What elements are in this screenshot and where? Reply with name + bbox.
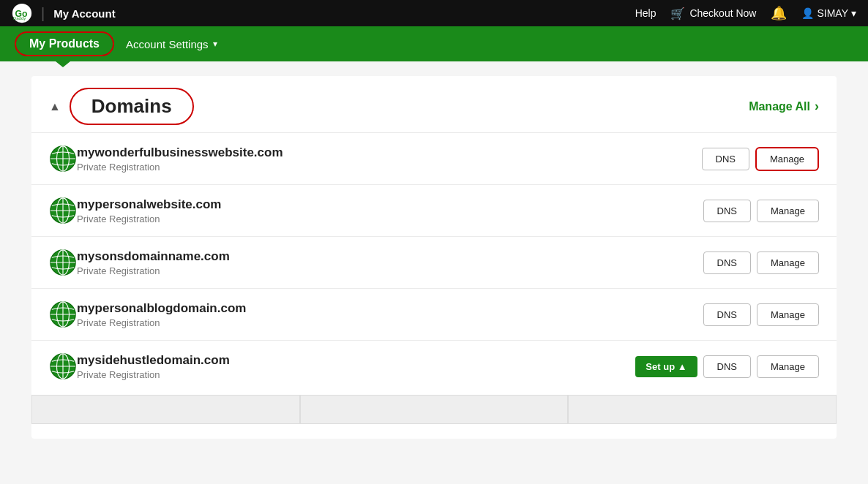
user-icon: 👤 — [801, 7, 814, 19]
top-nav-left: Go Daddy | My Account — [12, 3, 116, 23]
domain-list: mywonderfulbusinesswebsite.comPrivate Re… — [31, 133, 837, 392]
section-header-left: ▲ Domains — [49, 88, 194, 125]
domain-row: mypersonalblogdomain.comPrivate Registra… — [31, 289, 837, 341]
my-products-button[interactable]: My Products — [15, 31, 114, 56]
top-navigation: Go Daddy | My Account Help 🛒 Checkout No… — [0, 0, 868, 26]
domain-actions: Set up ▲DNSManage — [635, 355, 819, 378]
nav-divider: | — [41, 5, 45, 22]
domain-info: mysonsdomainname.comPrivate Registration — [77, 249, 703, 276]
domain-info: mysidehustledomain.comPrivate Registrati… — [77, 353, 635, 380]
manage-all-label: Manage All — [749, 100, 810, 113]
bottom-cell-3 — [568, 395, 837, 424]
user-label: SIMAY — [817, 7, 848, 19]
bell-icon[interactable]: 🔔 — [771, 5, 787, 21]
green-navigation: My Products Account Settings ▾ — [0, 26, 868, 61]
domain-actions: DNSManage — [702, 147, 819, 171]
dns-button[interactable]: DNS — [703, 252, 751, 274]
domains-section-header: ▲ Domains Manage All › — [31, 76, 837, 133]
domain-subtitle: Private Registration — [77, 369, 635, 380]
domain-name: mypersonalwebsite.com — [77, 197, 703, 212]
top-nav-right: Help 🛒 Checkout Now 🔔 👤 SIMAY ▾ — [635, 5, 856, 21]
domain-name: mysonsdomainname.com — [77, 249, 703, 264]
domain-info: mywonderfulbusinesswebsite.comPrivate Re… — [77, 145, 702, 173]
checkout-label: Checkout Now — [689, 7, 756, 19]
dns-button[interactable]: DNS — [703, 200, 751, 222]
help-link[interactable]: Help — [635, 7, 656, 19]
account-settings-button[interactable]: Account Settings ▾ — [114, 34, 229, 55]
setup-button[interactable]: Set up ▲ — [635, 356, 697, 377]
domain-actions: DNSManage — [703, 303, 819, 326]
my-account-link[interactable]: My Account — [53, 7, 115, 20]
collapse-arrow-icon[interactable]: ▲ — [49, 100, 61, 113]
domain-subtitle: Private Registration — [77, 213, 703, 224]
manage-all-link[interactable]: Manage All › — [749, 99, 819, 114]
domain-actions: DNSManage — [703, 200, 819, 222]
user-chevron-icon: ▾ — [851, 7, 856, 19]
bottom-partial-rows — [31, 395, 837, 424]
domain-name: mysidehustledomain.com — [77, 353, 635, 368]
account-settings-chevron-icon: ▾ — [213, 39, 217, 49]
bottom-cell-2 — [300, 395, 569, 424]
domain-row: mywonderfulbusinesswebsite.comPrivate Re… — [31, 133, 837, 185]
domain-row: mysidehustledomain.comPrivate Registrati… — [31, 341, 837, 392]
main-content: ▲ Domains Manage All › mywonderfulbusine… — [31, 76, 837, 439]
manage-button[interactable]: Manage — [757, 355, 819, 378]
dns-button[interactable]: DNS — [702, 148, 749, 170]
godaddy-logo-icon: Go Daddy — [12, 3, 32, 23]
domain-row: mypersonalwebsite.comPrivate Registratio… — [31, 185, 837, 237]
domains-title: Domains — [91, 95, 172, 117]
globe-icon — [49, 197, 77, 224]
godaddy-logo: Go Daddy — [12, 3, 32, 23]
domain-name: mywonderfulbusinesswebsite.com — [77, 145, 702, 160]
globe-icon — [49, 352, 77, 380]
bottom-cell-1 — [31, 395, 300, 424]
checkout-link[interactable]: 🛒 Checkout Now — [670, 7, 756, 20]
account-settings-label: Account Settings — [126, 38, 209, 50]
manage-button[interactable]: Manage — [755, 147, 819, 171]
domain-row: mysonsdomainname.comPrivate Registration… — [31, 237, 837, 289]
manage-button[interactable]: Manage — [757, 200, 819, 222]
dns-button[interactable]: DNS — [703, 303, 751, 326]
globe-icon — [49, 249, 77, 276]
cart-icon: 🛒 — [670, 7, 685, 20]
domain-subtitle: Private Registration — [77, 317, 703, 328]
domain-subtitle: Private Registration — [77, 162, 702, 173]
globe-icon — [49, 145, 77, 173]
globe-icon — [49, 300, 77, 328]
domains-title-wrap: Domains — [70, 88, 194, 125]
user-menu[interactable]: 👤 SIMAY ▾ — [801, 7, 856, 19]
domain-name: mypersonalblogdomain.com — [77, 301, 703, 316]
domain-info: mypersonalwebsite.comPrivate Registratio… — [77, 197, 703, 224]
domain-actions: DNSManage — [703, 252, 819, 274]
domain-info: mypersonalblogdomain.comPrivate Registra… — [77, 301, 703, 328]
manage-button[interactable]: Manage — [757, 252, 819, 274]
manage-all-arrow-icon: › — [815, 99, 819, 114]
dns-button[interactable]: DNS — [703, 355, 751, 378]
svg-text:Daddy: Daddy — [13, 15, 27, 20]
manage-button[interactable]: Manage — [757, 303, 819, 326]
domain-subtitle: Private Registration — [77, 265, 703, 276]
